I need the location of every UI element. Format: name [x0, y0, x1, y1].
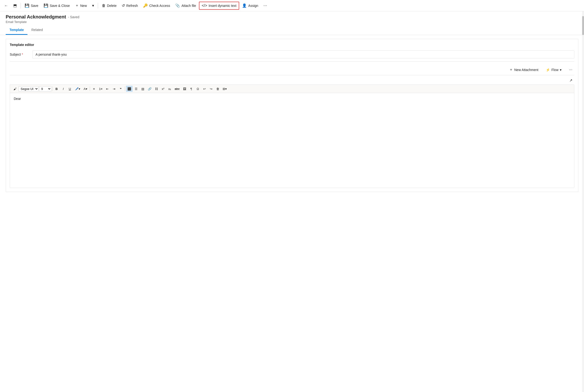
align-right-button[interactable]: ▤	[140, 86, 146, 92]
body-text: Dear	[14, 97, 21, 100]
undo-icon: ↩	[203, 87, 206, 91]
back-icon: ←	[4, 4, 8, 8]
assign-button[interactable]: 👤 Assign	[240, 2, 261, 9]
italic-button[interactable]: I	[60, 86, 66, 92]
tab-bar: Template Related	[0, 26, 584, 35]
save-close-icon: 💾	[44, 3, 48, 8]
template-editor-card: Template editor Subject * ＋ New Attachme…	[6, 39, 578, 192]
insert-dynamic-text-button[interactable]: </> Insert dynamic text	[199, 2, 239, 10]
save-icon: 💾	[25, 3, 29, 8]
show-markers-button[interactable]: ¶	[188, 86, 194, 92]
bold-button[interactable]: B	[54, 86, 60, 92]
flow-button[interactable]: ⚡ Flow ▾	[544, 67, 563, 73]
align-left-button[interactable]: ⬛	[126, 86, 133, 92]
email-body-editor[interactable]: Dear	[10, 93, 574, 188]
undo-button[interactable]: ↩	[201, 86, 207, 92]
flow-icon: ⚡	[546, 68, 550, 72]
new-attachment-button[interactable]: ＋ New Attachment	[507, 66, 540, 73]
save-button[interactable]: 💾 Save	[22, 2, 41, 9]
insert-table-button[interactable]: ⊞▾	[221, 86, 228, 92]
page-title: Personal Acknowledgment - Saved	[6, 14, 578, 20]
ellipsis-icon: ⋯	[569, 68, 572, 72]
delete-button[interactable]: 🗑 Delete	[100, 2, 119, 9]
chevron-down-icon: ▾	[92, 3, 94, 8]
new-dropdown-button[interactable]: ▾	[90, 2, 96, 9]
special-char-button[interactable]: Ω	[195, 86, 201, 92]
insert-link-button[interactable]: 🔗	[146, 86, 153, 92]
assign-label: Assign	[248, 4, 258, 8]
redo-button[interactable]: ↪	[208, 86, 214, 92]
image-icon: 🖼	[183, 87, 186, 91]
main-toolbar: ← ⬒ 💾 Save 💾 Save & Close ＋ New ▾ 🗑 Dele…	[0, 0, 584, 11]
subscript-button[interactable]: x₂	[167, 86, 173, 92]
link-icon: 🔗	[148, 87, 152, 91]
page-header: Personal Acknowledgment - Saved Email Te…	[0, 11, 584, 24]
popout-button[interactable]: ⬒	[11, 2, 19, 9]
save-close-button[interactable]: 💾 Save & Close	[41, 2, 72, 9]
bullet-list-icon: ≡	[93, 87, 95, 91]
new-icon: ＋	[75, 3, 79, 8]
flow-chevron-icon: ▾	[560, 68, 561, 72]
font-size-select[interactable]: 9	[39, 86, 51, 92]
font-color-button[interactable]: A▾	[82, 86, 89, 92]
rich-text-editor: 🖌 Segoe UI 9 B I U 🖊️▾ A▾	[10, 84, 574, 188]
back-button[interactable]: ←	[2, 2, 11, 9]
refresh-icon: ↺	[122, 3, 125, 8]
numbered-list-button[interactable]: 1≡	[98, 86, 104, 92]
decrease-indent-button[interactable]: ⇤	[105, 86, 111, 92]
highlight-icon: 🖊️▾	[75, 87, 80, 91]
format-clear-icon: 🖌	[14, 87, 17, 91]
new-label: New	[80, 4, 87, 8]
plus-icon: ＋	[509, 67, 513, 72]
divider-2	[98, 3, 98, 8]
divider-1	[21, 3, 21, 8]
insert-image-button[interactable]: 🖼	[181, 86, 188, 92]
blockquote-button[interactable]: ❝	[118, 86, 124, 92]
expand-icon: ↗	[569, 78, 572, 82]
clear-all-button[interactable]: 🗑	[215, 86, 221, 92]
expand-button[interactable]: ↗	[567, 77, 574, 84]
table-icon: ⊞▾	[223, 87, 227, 91]
tab-related[interactable]: Related	[28, 26, 47, 35]
superscript-button[interactable]: x²	[160, 86, 166, 92]
more-options-button[interactable]: ⋯	[567, 67, 574, 73]
format-clear-button[interactable]: 🖌	[12, 86, 18, 92]
scrollbar-thumb[interactable]	[582, 16, 584, 35]
subject-input[interactable]	[33, 50, 574, 58]
refresh-button[interactable]: ↺ Refresh	[119, 2, 140, 9]
more-icon: ⋯	[263, 3, 267, 8]
tab-template[interactable]: Template	[6, 26, 28, 35]
subject-label: Subject *	[10, 52, 29, 56]
scrollbar-track[interactable]	[582, 11, 584, 196]
saved-badge: - Saved	[68, 15, 79, 19]
redo-icon: ↪	[210, 87, 212, 91]
attach-file-button[interactable]: 📎 Attach file	[173, 2, 198, 9]
special-char-icon: Ω	[197, 87, 199, 91]
remove-link-button[interactable]: ⛓	[154, 86, 160, 92]
highlight-color-button[interactable]: 🖊️▾	[74, 86, 82, 92]
markers-icon: ¶	[190, 87, 192, 91]
page-subtitle: Email Template	[6, 20, 578, 24]
clear-all-icon: 🗑	[216, 87, 219, 91]
decrease-indent-icon: ⇤	[106, 87, 109, 91]
save-close-label: Save & Close	[50, 4, 70, 8]
strikethrough-button[interactable]: abc	[173, 86, 181, 92]
align-center-icon: ☰	[135, 87, 138, 91]
bullet-list-button[interactable]: ≡	[91, 86, 97, 92]
check-access-button[interactable]: 🔑 Check Access	[141, 2, 172, 9]
align-center-button[interactable]: ☰	[133, 86, 139, 92]
rte-divider-2	[90, 86, 90, 91]
increase-indent-button[interactable]: ⇥	[111, 86, 117, 92]
underline-button[interactable]: U	[67, 86, 73, 92]
font-color-icon: A▾	[84, 87, 87, 91]
attachment-bar: ＋ New Attachment ⚡ Flow ▾ ⋯	[10, 64, 574, 75]
rte-toolbar: 🖌 Segoe UI 9 B I U 🖊️▾ A▾	[10, 85, 574, 93]
flow-label: Flow	[551, 68, 558, 72]
rte-divider-3	[125, 86, 125, 91]
numbered-list-icon: 1≡	[99, 87, 103, 91]
new-button[interactable]: ＋ New	[73, 2, 89, 10]
font-family-select[interactable]: Segoe UI	[19, 86, 39, 92]
check-access-label: Check Access	[149, 4, 170, 8]
delete-label: Delete	[107, 4, 117, 8]
more-button[interactable]: ⋯	[261, 2, 270, 9]
